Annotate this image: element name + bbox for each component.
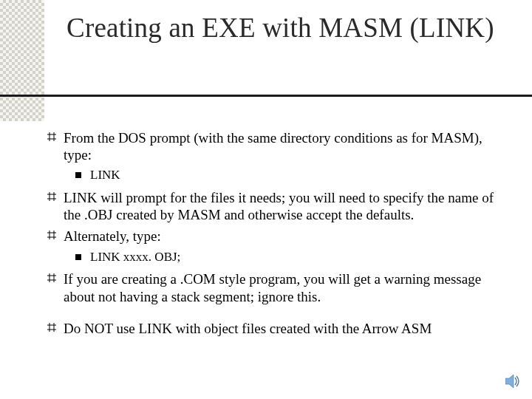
slide-body: From the DOS prompt (with the same direc… [64, 129, 507, 341]
sub-bullet-item: LINK [90, 168, 507, 183]
bullet-text: Do NOT use LINK with object files create… [64, 321, 432, 336]
bullet-text: LINK will prompt for the files it needs;… [64, 190, 494, 222]
grid-bullet-icon [47, 231, 56, 239]
bullet-text: From the DOS prompt (with the same direc… [64, 130, 482, 163]
decorative-pattern [0, 0, 44, 121]
sub-bullet-text: LINK [90, 168, 120, 182]
horizontal-rule [0, 95, 532, 97]
bullet-item: From the DOS prompt (with the same direc… [64, 129, 507, 163]
speaker-icon [505, 374, 522, 392]
sub-bullet-text: LINK xxxx. OBJ; [90, 250, 180, 264]
grid-bullet-icon [47, 273, 56, 282]
svg-marker-20 [505, 375, 514, 388]
bullet-item: Alternately, type: [64, 228, 507, 245]
bullet-text: Alternately, type: [64, 228, 161, 244]
bullet-item: If you are creating a .COM style program… [64, 270, 507, 304]
slide: Creating an EXE with MASM (LINK) From th… [0, 0, 532, 399]
grid-bullet-icon [47, 132, 56, 141]
bullet-text: If you are creating a .COM style program… [64, 271, 481, 304]
grid-bullet-icon [47, 323, 56, 332]
square-bullet-icon [75, 172, 81, 178]
bullet-item: LINK will prompt for the files it needs;… [64, 189, 507, 223]
slide-title: Creating an EXE with MASM (LINK) [66, 12, 502, 44]
sub-bullet-item: LINK xxxx. OBJ; [90, 250, 507, 265]
square-bullet-icon [75, 254, 81, 260]
bullet-item: Do NOT use LINK with object files create… [64, 320, 507, 337]
grid-bullet-icon [47, 192, 56, 201]
spacer [64, 310, 507, 320]
